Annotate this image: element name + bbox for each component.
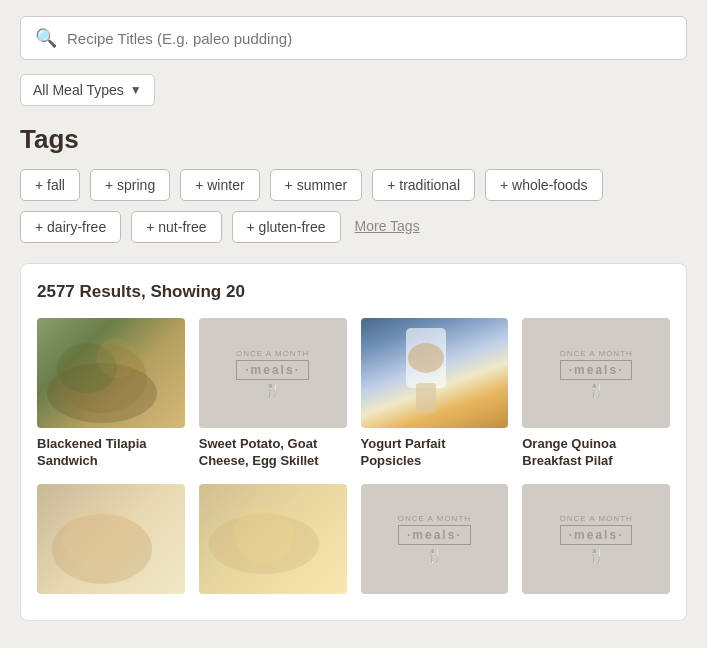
logo-top-7: once a month (398, 514, 471, 523)
logo-top-4: once a month (559, 349, 632, 358)
recipe-card-3[interactable]: Yogurt Parfait Popsicles (361, 318, 509, 470)
logo-middle-8: ·meals· (560, 525, 633, 545)
tag-traditional[interactable]: + traditional (372, 169, 475, 201)
recipe-image-1 (37, 318, 185, 428)
placeholder-logo-7: once a month ·meals· 🍴 (361, 484, 509, 594)
logo-icon-7: 🍴 (426, 547, 443, 563)
tag-spring[interactable]: + spring (90, 169, 170, 201)
tag-nut-free[interactable]: + nut-free (131, 211, 221, 243)
chevron-down-icon: ▼ (130, 83, 142, 97)
results-panel: 2577 Results, Showing 20 Blackened Tilap… (20, 263, 687, 621)
recipe-image-5 (37, 484, 185, 594)
svg-point-6 (408, 343, 444, 373)
logo-middle: ·meals· (236, 360, 309, 380)
logo-middle-4: ·meals· (560, 360, 633, 380)
tag-summer[interactable]: + summer (270, 169, 363, 201)
placeholder-logo-2: once a month ·meals· 🍴 (199, 318, 347, 428)
svg-point-10 (234, 504, 294, 564)
meal-type-label: All Meal Types (33, 82, 124, 98)
more-tags-link[interactable]: More Tags (351, 211, 424, 243)
food-decoration-1 (37, 318, 167, 428)
logo-icon-4: 🍴 (588, 382, 605, 398)
brand-logo-4: once a month ·meals· 🍴 (559, 349, 632, 398)
recipe-image-7: once a month ·meals· 🍴 (361, 484, 509, 594)
main-container: 🔍 All Meal Types ▼ Tags + fall + spring … (0, 0, 707, 637)
search-input[interactable] (67, 30, 672, 47)
food-decoration-5 (37, 484, 167, 594)
recipe-image-8: once a month ·meals· 🍴 (522, 484, 670, 594)
search-icon: 🔍 (35, 27, 57, 49)
recipe-title-3: Yogurt Parfait Popsicles (361, 436, 509, 470)
svg-point-3 (97, 338, 137, 378)
results-count: 2577 Results, Showing 20 (37, 282, 670, 302)
recipe-card-7[interactable]: once a month ·meals· 🍴 (361, 484, 509, 602)
tag-winter[interactable]: + winter (180, 169, 259, 201)
recipe-card-8[interactable]: once a month ·meals· 🍴 (522, 484, 670, 602)
recipe-title-2: Sweet Potato, Goat Cheese, Egg Skillet (199, 436, 347, 470)
tag-whole-foods[interactable]: + whole-foods (485, 169, 603, 201)
recipe-card-6[interactable] (199, 484, 347, 602)
recipe-card-2[interactable]: once a month ·meals· 🍴 Sweet Potato, Goa… (199, 318, 347, 470)
recipes-grid: Blackened Tilapia Sandwich once a month … (37, 318, 670, 602)
svg-rect-5 (416, 383, 436, 413)
tags-row-1: + fall + spring + winter + summer + trad… (20, 169, 687, 201)
recipe-card-5[interactable] (37, 484, 185, 602)
svg-point-8 (62, 511, 142, 567)
logo-icon-8: 🍴 (588, 547, 605, 563)
logo-middle-7: ·meals· (398, 525, 471, 545)
recipe-image-2: once a month ·meals· 🍴 (199, 318, 347, 428)
brand-logo-8: once a month ·meals· 🍴 (559, 514, 632, 563)
search-bar: 🔍 (20, 16, 687, 60)
placeholder-logo-4: once a month ·meals· 🍴 (522, 318, 670, 428)
meal-type-dropdown[interactable]: All Meal Types ▼ (20, 74, 155, 106)
tag-fall[interactable]: + fall (20, 169, 80, 201)
recipe-title-4: Orange Quinoa Breakfast Pilaf (522, 436, 670, 470)
logo-top: once a month (236, 349, 309, 358)
recipe-image-3 (361, 318, 509, 428)
placeholder-logo-8: once a month ·meals· 🍴 (522, 484, 670, 594)
tags-row-2: + dairy-free + nut-free + gluten-free Mo… (20, 211, 687, 243)
food-decoration-3 (361, 318, 491, 428)
brand-logo-7: once a month ·meals· 🍴 (398, 514, 471, 563)
recipe-image-4: once a month ·meals· 🍴 (522, 318, 670, 428)
recipe-image-6 (199, 484, 347, 594)
tags-section: Tags + fall + spring + winter + summer +… (20, 124, 687, 243)
tags-title: Tags (20, 124, 687, 155)
food-decoration-6 (199, 484, 329, 594)
logo-icon: 🍴 (264, 382, 281, 398)
logo-top-8: once a month (559, 514, 632, 523)
recipe-title-1: Blackened Tilapia Sandwich (37, 436, 185, 470)
recipe-card-4[interactable]: once a month ·meals· 🍴 Orange Quinoa Bre… (522, 318, 670, 470)
tag-gluten-free[interactable]: + gluten-free (232, 211, 341, 243)
recipe-card-1[interactable]: Blackened Tilapia Sandwich (37, 318, 185, 470)
tag-dairy-free[interactable]: + dairy-free (20, 211, 121, 243)
brand-logo: once a month ·meals· 🍴 (236, 349, 309, 398)
